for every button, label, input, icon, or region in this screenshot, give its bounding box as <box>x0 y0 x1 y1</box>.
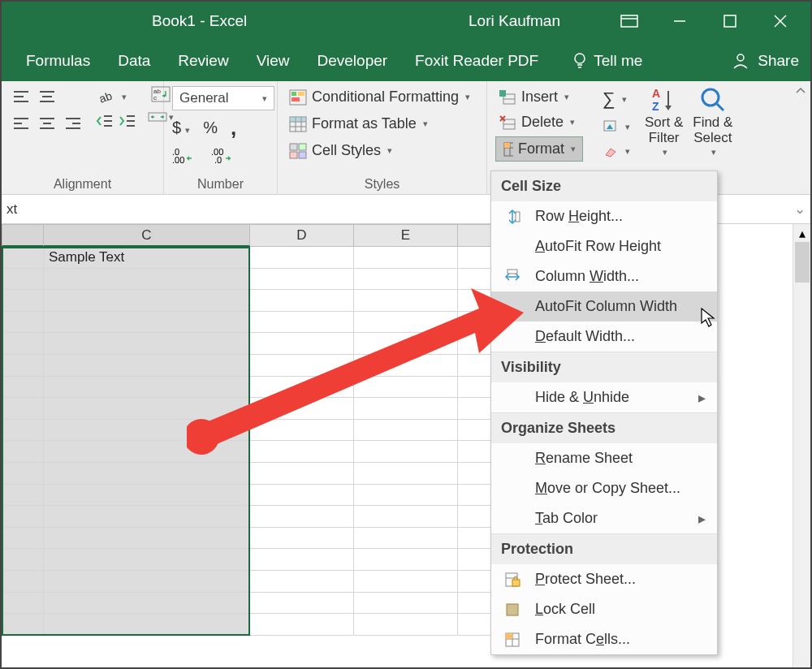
comma-button[interactable]: , <box>231 115 236 140</box>
maximize-button[interactable] <box>705 4 755 38</box>
scroll-thumb[interactable] <box>795 242 810 283</box>
cell[interactable] <box>250 571 354 593</box>
cell[interactable] <box>2 593 44 615</box>
menu-item[interactable]: Move or Copy Sheet... <box>491 473 717 503</box>
cell[interactable] <box>2 549 44 571</box>
menu-item[interactable]: Tab Color▸ <box>491 503 717 533</box>
format-as-table-button[interactable]: Format as Table▾ <box>286 113 478 135</box>
column-header[interactable]: C <box>44 224 250 247</box>
menu-item[interactable]: AutoFit Row Height <box>491 231 717 261</box>
conditional-formatting-button[interactable]: Conditional Formatting▾ <box>286 86 478 108</box>
formula-expand-icon[interactable]: ⌄ <box>794 201 806 218</box>
tab-formulas[interactable]: Formulas <box>26 52 90 70</box>
percent-button[interactable]: % <box>203 119 218 137</box>
tab-developer[interactable]: Developer <box>317 52 387 70</box>
cell[interactable]: Sample Text <box>44 247 250 269</box>
cell[interactable] <box>250 506 354 528</box>
cell[interactable] <box>2 333 44 355</box>
cell[interactable] <box>44 571 250 593</box>
tab-review[interactable]: Review <box>178 52 228 70</box>
tab-data[interactable]: Data <box>118 52 150 70</box>
orientation-button[interactable]: ab▾ <box>96 86 136 107</box>
align-top-icon[interactable] <box>10 86 32 109</box>
tab-view[interactable]: View <box>257 52 290 70</box>
delete-button[interactable]: Delete ▾ <box>495 111 583 133</box>
cell[interactable] <box>2 614 44 636</box>
cell[interactable] <box>354 614 458 636</box>
vertical-scrollbar[interactable]: ▴ <box>793 224 810 667</box>
autosum-button[interactable]: ∑ ▾ <box>599 86 630 112</box>
align-right-icon[interactable] <box>62 112 84 135</box>
cell[interactable] <box>2 377 44 399</box>
cell[interactable] <box>2 398 44 420</box>
cell[interactable] <box>2 355 44 377</box>
scroll-up-icon[interactable]: ▴ <box>793 224 810 242</box>
share-button[interactable]: Share <box>732 52 799 70</box>
cell[interactable] <box>250 593 354 615</box>
cell[interactable] <box>250 549 354 571</box>
cell[interactable] <box>250 528 354 550</box>
cell[interactable] <box>2 506 44 528</box>
cell[interactable] <box>44 463 250 485</box>
number-format-dropdown[interactable]: General ▾ <box>172 86 274 110</box>
align-middle-icon[interactable] <box>36 86 58 109</box>
cell[interactable] <box>44 614 250 636</box>
cell[interactable] <box>250 463 354 485</box>
decrease-indent-icon[interactable] <box>96 114 114 128</box>
cell[interactable] <box>44 485 250 507</box>
cell[interactable] <box>354 571 458 593</box>
menu-item[interactable]: Lock Cell <box>491 594 717 624</box>
cell[interactable] <box>2 485 44 507</box>
cell[interactable] <box>354 506 458 528</box>
cell[interactable] <box>354 485 458 507</box>
cell[interactable] <box>2 420 44 442</box>
cell[interactable] <box>2 571 44 593</box>
cell[interactable] <box>2 269 44 291</box>
cell[interactable] <box>44 593 250 615</box>
cell[interactable] <box>2 290 44 312</box>
cell[interactable] <box>2 312 44 334</box>
column-header[interactable] <box>2 224 44 247</box>
fill-button[interactable]: ▾ <box>599 117 633 136</box>
format-button[interactable]: Format▾ <box>495 136 583 162</box>
currency-button[interactable]: $ ▾ <box>172 119 190 137</box>
cell[interactable] <box>44 528 250 550</box>
insert-button[interactable]: Insert ▾ <box>495 86 583 108</box>
increase-decimal-icon[interactable]: .0.00 <box>172 147 195 166</box>
cell[interactable] <box>250 614 354 636</box>
cell[interactable] <box>354 593 458 615</box>
cell[interactable] <box>354 247 458 269</box>
minimize-button[interactable] <box>654 4 705 38</box>
cell[interactable] <box>354 528 458 550</box>
align-center-icon[interactable] <box>36 112 58 135</box>
find-select-button[interactable]: Find &Select▾ <box>693 86 732 161</box>
close-button[interactable] <box>755 4 806 38</box>
column-header[interactable]: D <box>250 224 354 247</box>
cell-styles-button[interactable]: Cell Styles▾ <box>286 140 478 162</box>
menu-item[interactable]: Protect Sheet... <box>491 564 717 594</box>
align-left-icon[interactable] <box>10 112 32 135</box>
svg-rect-48 <box>292 97 300 101</box>
cell[interactable] <box>2 247 44 269</box>
column-header[interactable]: E <box>354 224 458 247</box>
increase-indent-icon[interactable] <box>119 114 136 128</box>
cell[interactable] <box>2 441 44 463</box>
ribbon-collapse-icon[interactable] <box>794 84 807 101</box>
cell[interactable] <box>44 506 250 528</box>
decrease-decimal-icon[interactable]: .00.0 <box>211 147 234 166</box>
tab-foxit[interactable]: Foxit Reader PDF <box>415 52 538 70</box>
ribbon-display-icon[interactable] <box>604 4 654 38</box>
cell[interactable] <box>354 549 458 571</box>
clear-button[interactable]: ▾ <box>599 141 633 161</box>
menu-item[interactable]: Format Cells... <box>491 624 717 654</box>
menu-item[interactable]: Row Height... <box>491 201 717 231</box>
cell[interactable] <box>44 549 250 571</box>
share-label: Share <box>758 52 799 70</box>
cell[interactable] <box>354 463 458 485</box>
cell[interactable] <box>250 485 354 507</box>
cell[interactable] <box>2 463 44 485</box>
tell-me[interactable]: Tell me <box>572 52 642 70</box>
sort-filter-button[interactable]: AZ Sort &Filter▾ <box>645 86 683 161</box>
cell[interactable] <box>2 528 44 550</box>
cell[interactable] <box>250 247 354 269</box>
